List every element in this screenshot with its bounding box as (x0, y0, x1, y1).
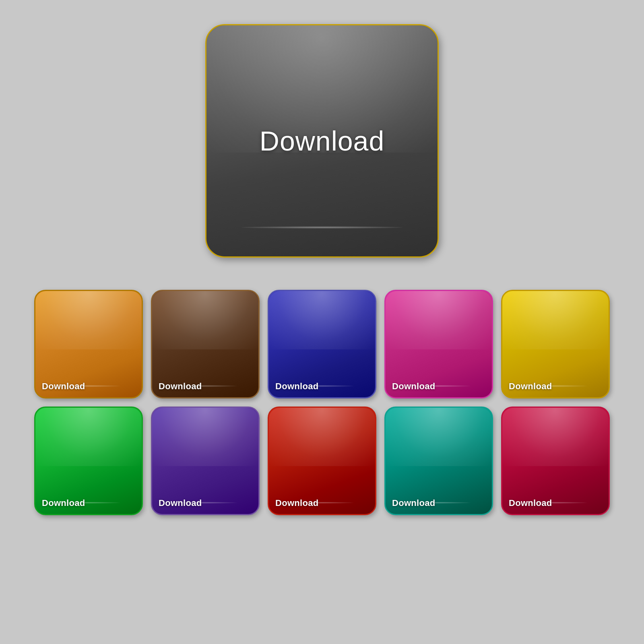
download-button-crimson[interactable]: Download (501, 407, 610, 515)
download-button-orange[interactable]: Download (34, 290, 143, 398)
download-button-blue[interactable]: Download (268, 290, 376, 398)
download-button-hero[interactable]: Download (205, 24, 439, 258)
download-buttons-grid: Download Download Download Download Down… (34, 290, 610, 515)
download-button-pink[interactable]: Download (384, 290, 493, 398)
download-button-brown-label: Download (159, 381, 202, 392)
download-button-red-label: Download (275, 498, 319, 508)
download-button-teal-label: Download (392, 498, 436, 508)
download-button-green[interactable]: Download (34, 407, 143, 515)
download-button-pink-label: Download (392, 381, 436, 392)
download-button-blue-label: Download (275, 381, 319, 392)
download-button-purple-label: Download (159, 498, 202, 508)
download-button-brown[interactable]: Download (151, 290, 260, 398)
download-buttons-row-2: Download Download Download Download Down… (34, 407, 610, 515)
download-button-purple[interactable]: Download (151, 407, 260, 515)
download-button-yellow[interactable]: Download (501, 290, 610, 398)
download-button-yellow-label: Download (509, 381, 552, 392)
download-button-green-label: Download (42, 498, 85, 508)
download-button-red[interactable]: Download (268, 407, 376, 515)
download-button-teal[interactable]: Download (384, 407, 493, 515)
download-button-hero-label: Download (260, 125, 384, 157)
download-buttons-row-1: Download Download Download Download Down… (34, 290, 610, 398)
download-button-orange-label: Download (42, 381, 85, 392)
download-button-crimson-label: Download (509, 498, 552, 508)
